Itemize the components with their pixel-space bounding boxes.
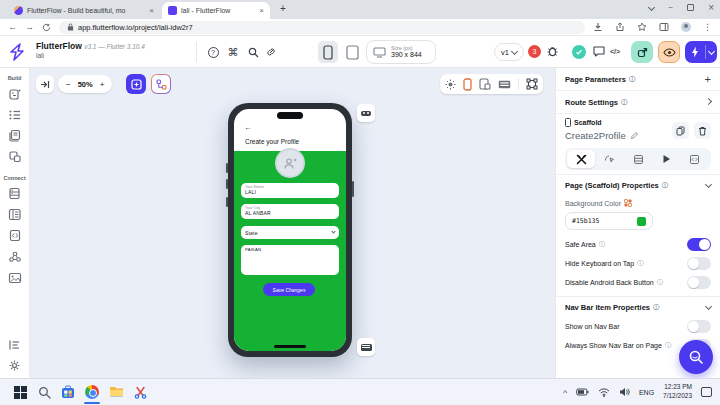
disable-back-toggle[interactable] bbox=[687, 276, 711, 289]
notification-center-icon[interactable] bbox=[701, 387, 712, 397]
scaffold-properties-header[interactable]: Page (Scaffold) Propertiesⓘ bbox=[565, 175, 711, 195]
canvas-size-control[interactable]: Size (px) 390 x 844 bbox=[366, 40, 436, 64]
page-selector-button[interactable] bbox=[4, 125, 26, 146]
add-page-button[interactable] bbox=[4, 83, 26, 104]
hide-keyboard-toggle[interactable] bbox=[687, 257, 711, 270]
phone-mockup[interactable]: ← Create your Profile Your Name LALI You… bbox=[228, 103, 352, 357]
show-nav-bar-toggle[interactable] bbox=[687, 320, 711, 333]
data-types-button[interactable] bbox=[4, 204, 26, 225]
browser-menu-icon[interactable]: ⋮ bbox=[703, 22, 712, 32]
phone-device-button[interactable] bbox=[318, 41, 338, 63]
state-dropdown[interactable]: State bbox=[241, 226, 339, 239]
window-maximize-button[interactable] bbox=[687, 4, 694, 11]
tab-close-icon[interactable]: × bbox=[259, 7, 264, 15]
window-minimize-button[interactable]: − bbox=[668, 3, 673, 12]
url-field[interactable]: app.flutterflow.io/project/lali-idw2r7 bbox=[59, 21, 585, 34]
comments-button[interactable] bbox=[592, 45, 606, 58]
tab-properties[interactable] bbox=[567, 150, 595, 168]
firestore-button[interactable] bbox=[4, 183, 26, 204]
add-parameter-button[interactable]: + bbox=[705, 73, 711, 85]
start-button[interactable] bbox=[8, 380, 32, 404]
taskbar-search-button[interactable] bbox=[32, 380, 56, 404]
api-calls-button[interactable] bbox=[4, 225, 26, 246]
language-indicator[interactable]: ENG bbox=[639, 389, 654, 396]
route-settings-row[interactable]: Route Settingsⓘ bbox=[565, 91, 711, 113]
widget-palette-button[interactable] bbox=[4, 104, 26, 125]
microsoft-store-button[interactable] bbox=[56, 380, 80, 404]
window-close-button[interactable]: × bbox=[708, 2, 714, 13]
page-body[interactable]: Your Name LALI Your City AL ANBAR State bbox=[234, 151, 346, 351]
search-assistant-fab[interactable] bbox=[679, 340, 713, 374]
name-field[interactable]: Your Name LALI bbox=[241, 183, 339, 198]
tab-actions[interactable] bbox=[652, 150, 680, 168]
browser-tab-flutterflow-home[interactable]: FlutterFlow - Build beautiful, mo × bbox=[8, 2, 160, 19]
issues-badge[interactable]: 3 bbox=[528, 45, 541, 58]
zoom-in-button[interactable]: + bbox=[100, 80, 105, 89]
volume-icon[interactable] bbox=[619, 387, 630, 397]
tab-backend[interactable] bbox=[624, 150, 652, 168]
flutterflow-logo[interactable] bbox=[7, 43, 27, 61]
browser-reload-button[interactable] bbox=[42, 23, 51, 32]
help-button[interactable]: ? bbox=[206, 45, 220, 59]
chrome-taskbar-button[interactable] bbox=[80, 380, 104, 404]
background-color-input[interactable]: #15b135 bbox=[565, 212, 653, 230]
tab-generated-code[interactable] bbox=[681, 150, 709, 168]
device-frame-button[interactable] bbox=[463, 78, 472, 91]
bio-textarea[interactable]: PAIKAN bbox=[241, 245, 339, 275]
browser-back-button[interactable]: ← bbox=[8, 22, 17, 32]
tablet-device-button[interactable] bbox=[342, 41, 362, 63]
share-link-button[interactable] bbox=[264, 45, 278, 59]
file-explorer-button[interactable] bbox=[104, 380, 128, 404]
chrome-profile-chevron-icon[interactable] bbox=[648, 4, 655, 11]
copy-page-button[interactable] bbox=[672, 122, 689, 139]
browser-profile-avatar[interactable] bbox=[681, 22, 691, 32]
browser-tab-lali-project[interactable]: lali - FlutterFlow × bbox=[162, 2, 270, 19]
share-icon[interactable] bbox=[615, 22, 625, 32]
add-widget-button[interactable] bbox=[126, 74, 146, 94]
storyboard-device-button[interactable] bbox=[479, 78, 491, 90]
export-app-button[interactable] bbox=[631, 41, 653, 63]
tab-close-icon[interactable]: × bbox=[149, 7, 154, 15]
battery-icon[interactable] bbox=[576, 388, 589, 396]
color-swatch[interactable] bbox=[637, 217, 646, 226]
download-icon[interactable] bbox=[593, 22, 603, 32]
nav-bar-properties-header[interactable]: Nav Bar Item Propertiesⓘ bbox=[565, 297, 711, 317]
run-app-button[interactable] bbox=[685, 41, 717, 63]
edit-pencil-icon[interactable] bbox=[630, 131, 639, 140]
save-changes-button[interactable]: Save Changes bbox=[263, 283, 315, 296]
browser-forward-button[interactable]: → bbox=[25, 22, 34, 32]
debug-bug-button[interactable] bbox=[546, 45, 559, 58]
components-button[interactable] bbox=[4, 146, 26, 167]
media-assets-button[interactable] bbox=[4, 267, 26, 288]
design-canvas[interactable]: − 50% + ← bbox=[30, 68, 555, 378]
snipping-tool-button[interactable] bbox=[128, 380, 152, 404]
settings-button[interactable] bbox=[4, 355, 26, 376]
back-arrow-icon[interactable]: ← bbox=[244, 123, 252, 132]
city-field[interactable]: Your City AL ANBAR bbox=[241, 204, 339, 219]
run-options-chevron[interactable] bbox=[706, 51, 717, 54]
build-status-check[interactable] bbox=[572, 45, 586, 59]
view-code-button[interactable]: </> bbox=[610, 48, 620, 55]
toggle-keyboard-button[interactable] bbox=[357, 338, 375, 356]
wifi-icon[interactable] bbox=[598, 388, 610, 397]
search-button[interactable] bbox=[246, 45, 260, 59]
clock[interactable]: 12:23 PM 7/12/2023 bbox=[663, 383, 692, 401]
toggle-notch-button[interactable] bbox=[357, 104, 375, 122]
integrations-button[interactable] bbox=[4, 246, 26, 267]
tab-interactions[interactable] bbox=[595, 150, 623, 168]
side-panel-icon[interactable] bbox=[659, 22, 669, 32]
custom-functions-button[interactable] bbox=[4, 334, 26, 355]
bookmark-star-icon[interactable] bbox=[637, 22, 647, 32]
avatar-upload-circle[interactable] bbox=[275, 148, 305, 178]
expand-panel-button[interactable] bbox=[36, 75, 54, 93]
theme-mode-button[interactable] bbox=[445, 79, 456, 90]
widget-tree-button[interactable] bbox=[151, 74, 171, 94]
version-selector[interactable]: v1 bbox=[494, 43, 524, 61]
canvas-select-frame-button[interactable] bbox=[526, 78, 538, 90]
keyboard-overlay-button[interactable] bbox=[498, 80, 511, 89]
page-parameters-row[interactable]: Page Parametersⓘ + bbox=[565, 68, 711, 90]
preview-button[interactable] bbox=[658, 41, 680, 63]
zoom-out-button[interactable]: − bbox=[66, 80, 71, 89]
command-palette-button[interactable]: ⌘ bbox=[226, 45, 240, 59]
theme-color-icon[interactable] bbox=[624, 199, 632, 207]
